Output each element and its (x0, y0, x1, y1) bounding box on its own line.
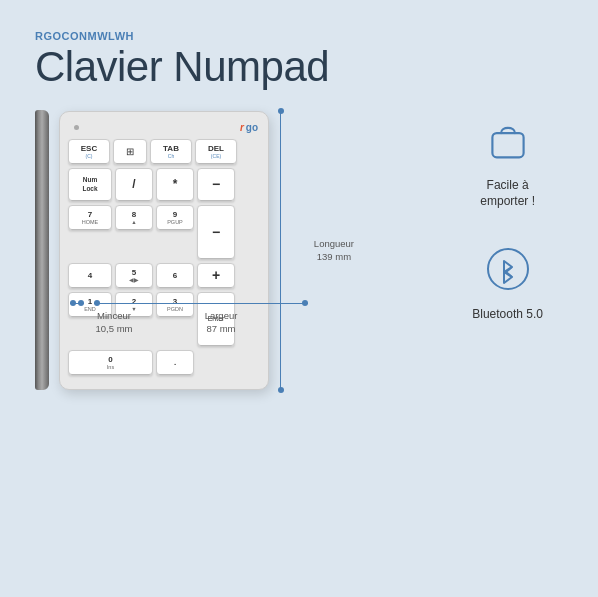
feature-bluetooth: Bluetooth 5.0 (472, 239, 543, 323)
key-grid: ⊞ (113, 139, 147, 165)
key-multiply: * (156, 168, 194, 202)
numpad-section: rgo ESC (C) ⊞ TAB (35, 110, 269, 390)
bottom-dimensions: Minceur 10,5 mm Largeur 87 mm (70, 303, 308, 336)
dim-dot-top (278, 108, 284, 114)
key-esc: ESC (C) (68, 139, 110, 165)
dimension-length-label: Longueur 139 mm (314, 237, 354, 264)
key-7: 7 HOME (68, 205, 112, 231)
key-6: 6 (156, 263, 194, 289)
depth-label: Minceur 10,5 mm (94, 309, 134, 336)
key-row-3: 7 HOME 8 ▲ 9 PGUP − (68, 205, 260, 260)
key-4: 4 (68, 263, 112, 289)
product-code: RGOCONMWLWH (35, 30, 563, 42)
bluetooth-icon (478, 239, 538, 299)
dim-wide-section (94, 303, 308, 304)
bluetooth-label: Bluetooth 5.0 (472, 307, 543, 323)
keyboard-header: rgo (68, 122, 260, 133)
key-row-6: 0 Ins . (68, 350, 260, 376)
dimension-line-right (280, 111, 281, 390)
keyboard-wrapper: rgo ESC (C) ⊞ TAB (59, 111, 269, 390)
main-content: rgo ESC (C) ⊞ TAB (35, 110, 563, 390)
width-label: Largeur 87 mm (134, 309, 308, 336)
key-9: 9 PGUP (156, 205, 194, 231)
side-profile (35, 110, 49, 390)
key-8: 8 ▲ (115, 205, 153, 231)
key-plus: + (197, 263, 235, 289)
portable-label: Facile àemporter ! (480, 178, 535, 209)
keyboard-logo: rgo (240, 122, 258, 133)
key-minus-tall: − (197, 205, 235, 260)
key-dot: . (156, 350, 194, 376)
key-minus-top: − (197, 168, 235, 202)
keyboard: rgo ESC (C) ⊞ TAB (59, 111, 269, 390)
features-section: Facile àemporter ! Bluetooth 5.0 (472, 110, 543, 323)
product-page: RGOCONMWLWH Clavier Numpad rgo (0, 0, 598, 597)
key-numlock: NumLock (68, 168, 112, 202)
key-del: DEL (CE) (195, 139, 237, 165)
bag-icon (478, 110, 538, 170)
dim-thin-section (70, 303, 84, 304)
key-tab: TAB Ch (150, 139, 192, 165)
feature-portable: Facile àemporter ! (478, 110, 538, 209)
key-row-2: NumLock / * − (68, 168, 260, 202)
dim-labels-row: Minceur 10,5 mm Largeur 87 mm (70, 309, 308, 336)
key-row-1: ESC (C) ⊞ TAB Ch DEL (CE) (68, 139, 260, 165)
svg-rect-0 (492, 133, 523, 157)
key-0: 0 Ins (68, 350, 153, 376)
key-row-4: 4 5 ◀▶ 6 + (68, 263, 260, 289)
key-divide: / (115, 168, 153, 202)
key-5: 5 ◀▶ (115, 263, 153, 289)
dim-bottom-row (70, 303, 308, 304)
keyboard-dot (74, 125, 79, 130)
product-title: Clavier Numpad (35, 44, 563, 90)
dim-dot-bottom (278, 387, 284, 393)
